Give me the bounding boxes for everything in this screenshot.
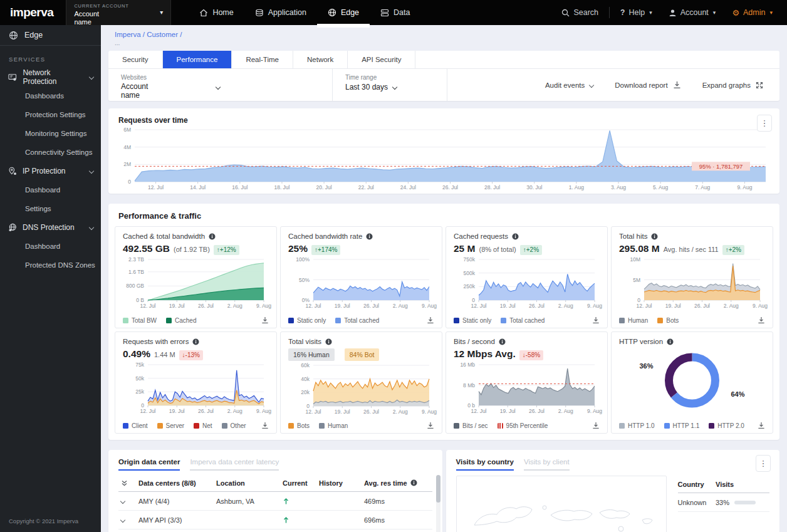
- account-menu[interactable]: Account ▾: [660, 8, 724, 17]
- legend-item[interactable]: Net: [194, 422, 212, 429]
- info-icon[interactable]: [366, 233, 373, 240]
- kebab-menu-button[interactable]: ⋮: [756, 455, 771, 472]
- download-report-button[interactable]: Download report: [615, 81, 680, 89]
- legend-item[interactable]: Client: [123, 422, 148, 429]
- websites-filter[interactable]: Websites Account name: [108, 69, 332, 101]
- nav-edge[interactable]: Edge: [317, 0, 370, 25]
- legend-item[interactable]: Server: [157, 422, 184, 429]
- expand-all-icon[interactable]: [121, 479, 128, 487]
- sidebar-item-monitoring-settings[interactable]: Monitoring Settings: [0, 124, 101, 143]
- legend-item[interactable]: Bots: [288, 422, 310, 429]
- info-icon[interactable]: [209, 233, 216, 240]
- help-menu[interactable]: ? Help ▾: [612, 8, 660, 17]
- table-row[interactable]: AMY (4/4) Ashburn, VA 469ms: [118, 492, 432, 511]
- col-visits[interactable]: Visits: [716, 481, 769, 488]
- sidebar-item-protected-dns-zones[interactable]: Protected DNS Zones: [0, 256, 101, 274]
- download-chart-button[interactable]: [427, 316, 434, 324]
- info-icon[interactable]: [512, 233, 519, 240]
- legend-item[interactable]: Cached: [166, 317, 196, 324]
- legend-swatch: [123, 423, 128, 429]
- legend-item[interactable]: Static only: [288, 317, 326, 324]
- legend-item[interactable]: HTTP 1.0: [619, 422, 655, 429]
- sidebar-item-dashboards[interactable]: Dashboards: [0, 86, 101, 105]
- table-row[interactable]: Unknown 33%: [678, 493, 770, 512]
- nav-application[interactable]: Application: [244, 0, 317, 25]
- audit-events-dropdown[interactable]: Audit events: [545, 81, 593, 89]
- info-icon[interactable]: [192, 338, 199, 345]
- download-chart-button[interactable]: [758, 422, 765, 429]
- col-location[interactable]: Location: [216, 479, 283, 487]
- chevron-down-icon[interactable]: [120, 498, 125, 503]
- download-chart-button[interactable]: [592, 422, 600, 429]
- chevron-down-icon[interactable]: [120, 517, 125, 522]
- download-chart-button[interactable]: [592, 316, 600, 324]
- admin-menu[interactable]: ⚙ Admin ▾: [724, 8, 781, 17]
- svg-text:5M: 5M: [633, 276, 640, 283]
- sidebar-product-edge[interactable]: Edge: [0, 25, 101, 46]
- search-button[interactable]: Search: [553, 8, 607, 17]
- download-chart-button[interactable]: [758, 316, 765, 324]
- legend-item[interactable]: HTTP 1.1: [664, 422, 700, 429]
- tab-security[interactable]: Security: [108, 51, 163, 68]
- info-icon[interactable]: [410, 479, 417, 486]
- info-icon[interactable]: [325, 338, 332, 345]
- svg-text:12. Jul: 12. Jul: [305, 409, 321, 415]
- svg-text:9. Aug: 9. Aug: [256, 408, 271, 414]
- nav-data[interactable]: Data: [370, 0, 420, 25]
- col-data-centers[interactable]: Data centers (8/8): [138, 479, 216, 487]
- nav-label: Data: [394, 8, 410, 17]
- legend-item[interactable]: Total BW: [123, 317, 157, 324]
- expand-graphs-button[interactable]: Expand graphs: [702, 81, 763, 89]
- sidebar-item-dashboard[interactable]: Dashboard: [0, 237, 101, 256]
- info-icon[interactable]: [499, 338, 506, 345]
- legend-item[interactable]: Total cached: [335, 317, 379, 324]
- tab-visits-by-country[interactable]: Visits by country: [456, 458, 514, 471]
- legend-item[interactable]: Bits / sec: [454, 422, 488, 429]
- download-chart-button[interactable]: [261, 316, 269, 324]
- col-current[interactable]: Current: [283, 479, 319, 487]
- trend-badge: ↑+2%: [722, 245, 744, 255]
- sidebar-item-connectivity-settings[interactable]: Connectivity Settings: [0, 143, 101, 162]
- legend-item[interactable]: Human: [319, 422, 348, 429]
- tab-real-time[interactable]: Real-Time: [232, 51, 293, 68]
- sidebar-group-dns-protection[interactable]: DNS Protection: [0, 218, 101, 237]
- scrollbar-thumb[interactable]: [436, 475, 440, 503]
- legend-item[interactable]: Other: [222, 422, 246, 429]
- legend-item[interactable]: HTTP 2.0: [709, 422, 744, 429]
- sidebar-group-ip-protection[interactable]: IP Protection: [0, 162, 101, 180]
- sidebar-group-network-protection[interactable]: Network Protection: [0, 68, 101, 86]
- col-country[interactable]: Country: [678, 481, 716, 488]
- info-icon[interactable]: [651, 233, 658, 240]
- sidebar-item-protection-settings[interactable]: Protection Settings: [0, 105, 101, 124]
- svg-text:9. Aug: 9. Aug: [753, 303, 768, 309]
- col-avg-res-time[interactable]: Avg. res time: [364, 479, 407, 487]
- sidebar-item-dashboard[interactable]: Dashboard: [0, 180, 101, 199]
- legend-item[interactable]: Human: [619, 317, 648, 324]
- sidebar-item-settings[interactable]: Settings: [0, 199, 101, 218]
- imperva-logo[interactable]: imperva: [0, 0, 66, 25]
- table-row[interactable]: AMY API (3/3) 696ms: [118, 511, 432, 529]
- tab-performance[interactable]: Performance: [163, 51, 232, 68]
- download-chart-button[interactable]: [427, 422, 434, 429]
- tab-api-security[interactable]: API Security: [348, 51, 415, 68]
- breadcrumb[interactable]: Imperva / Customer /: [115, 31, 787, 38]
- download-icon: [758, 422, 765, 429]
- kebab-menu-button[interactable]: ⋮: [757, 115, 772, 132]
- time-range-filter[interactable]: Time range Last 30 days: [333, 69, 447, 101]
- legend-item[interactable]: Bots: [657, 317, 679, 324]
- download-chart-button[interactable]: [261, 422, 269, 429]
- info-icon[interactable]: [667, 338, 674, 345]
- tab-visits-by-client[interactable]: Visits by client: [524, 458, 570, 471]
- legend-item[interactable]: Static only: [454, 317, 491, 324]
- nav-home[interactable]: Home: [189, 0, 244, 25]
- legend-item[interactable]: Total cached: [501, 317, 545, 324]
- legend-label: Client: [132, 422, 148, 429]
- legend-item[interactable]: 95th Percentile: [498, 422, 548, 429]
- col-history[interactable]: History: [319, 479, 364, 487]
- svg-text:5. Aug: 5. Aug: [653, 184, 668, 190]
- tab-imperva-data-center-latency[interactable]: Imperva data center latency: [190, 458, 279, 471]
- account-switcher[interactable]: CURRENT ACCOUNT Account name ▾: [66, 0, 171, 25]
- tab-origin-data-center[interactable]: Origin data center: [118, 458, 180, 471]
- tab-network[interactable]: Network: [293, 51, 348, 68]
- scrollbar[interactable]: [436, 475, 440, 532]
